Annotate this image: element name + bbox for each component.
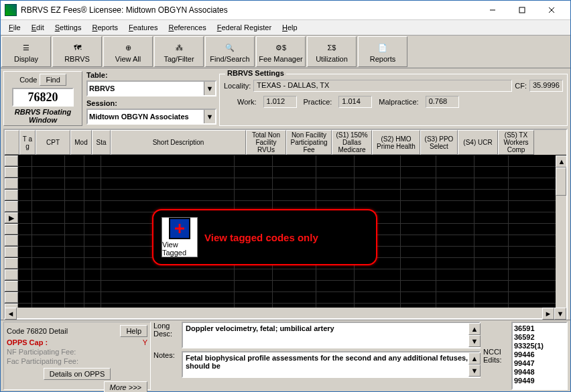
svg-rect-1 — [519, 7, 525, 13]
ncci-item: 93325(1) — [514, 342, 565, 350]
table-label: Table: — [86, 71, 215, 80]
column-header[interactable]: Total Non Facility RVUs — [246, 130, 286, 155]
opps-value: Y — [143, 338, 147, 346]
ncci-label: NCCI Edits: — [483, 348, 509, 364]
view-all-button-icon: ⊕ — [125, 40, 131, 55]
ncci-item: 36591 — [514, 324, 565, 333]
display-button[interactable]: ☰Display — [1, 36, 51, 67]
tag-icon — [169, 218, 190, 239]
menu-edit[interactable]: Edit — [26, 21, 50, 34]
floating-caption: RBRVS Floating Window — [5, 108, 80, 124]
locality-label: Locality: — [224, 82, 251, 90]
fee-manager-button-icon: ⚙$ — [275, 40, 286, 55]
notes-label: Notes: — [153, 351, 179, 359]
column-header[interactable]: Sta — [92, 130, 111, 155]
tag-filter-button-icon: ⁂ — [176, 40, 183, 55]
opps-label: OPPS Cap : — [7, 338, 48, 346]
column-header[interactable]: (S5) TX Workers Comp — [498, 130, 534, 155]
tag-filter-button[interactable]: ⁂Tag/Filter — [154, 36, 204, 67]
detail-title: Code 76820 Detail — [7, 327, 68, 335]
code-label: Code — [19, 76, 37, 84]
ncci-list[interactable]: 365913659293325(1)99446994479944899449 — [511, 322, 568, 390]
long-desc-label: Long Desc: — [153, 322, 179, 338]
session-label: Session: — [86, 99, 215, 109]
cf-label: CF: — [515, 82, 527, 90]
rbrvs-button[interactable]: 🗺RBRVS — [52, 36, 102, 67]
table-row[interactable] — [5, 304, 566, 308]
menu-file[interactable]: File — [3, 21, 26, 34]
fee-manager-button[interactable]: ⚙$Fee Manager — [256, 36, 306, 67]
tooltip-message: View tagged codes only — [204, 232, 318, 243]
table-row[interactable] — [5, 155, 566, 167]
table-dropdown[interactable]: RBRVS ▼ — [86, 80, 216, 96]
chevron-down-icon: ▼ — [204, 110, 215, 123]
horizontal-scrollbar[interactable]: ◄ ► ▼ — [5, 308, 566, 318]
long-desc-field[interactable]: Doppler velocimetry, fetal; umbilical ar… — [182, 322, 481, 348]
column-header[interactable]: T a g — [19, 130, 36, 155]
column-header[interactable]: Short Description — [111, 130, 246, 155]
table-row[interactable] — [5, 269, 566, 281]
ncci-item: 36592 — [514, 333, 565, 342]
more-button[interactable]: More >>> — [104, 381, 147, 392]
app-icon — [5, 4, 17, 16]
practice-value: 1.014 — [338, 96, 372, 108]
table-row[interactable] — [5, 167, 566, 178]
menu-reports[interactable]: Reports — [86, 21, 123, 34]
table-row[interactable] — [5, 292, 566, 304]
window-title: RBRVS EZ Fees® Licensee: Midtown OBGYN A… — [21, 5, 478, 15]
vertical-scrollbar[interactable]: ▲ — [556, 155, 566, 308]
scroll-down-icon[interactable]: ▼ — [554, 308, 566, 320]
find-button[interactable]: Find — [40, 74, 66, 86]
column-header[interactable]: (S2) HMO Prime Health — [372, 130, 420, 155]
menu-federal-register[interactable]: Federal Register — [212, 21, 277, 34]
fac-fee-label: Fac Participating Fee: — [7, 357, 147, 365]
column-header[interactable]: (S4) UCR — [458, 130, 498, 155]
column-header[interactable]: CPT — [36, 130, 70, 155]
scroll-right-icon[interactable]: ► — [542, 308, 554, 320]
table-row[interactable] — [5, 190, 566, 201]
work-label: Work: — [237, 98, 257, 106]
menu-features[interactable]: Features — [123, 21, 163, 34]
utilization-button[interactable]: Σ$Utilization — [307, 36, 357, 67]
menu-help[interactable]: Help — [277, 21, 303, 34]
minimize-button[interactable] — [478, 3, 507, 17]
table-row[interactable] — [5, 281, 566, 292]
malpractice-label: Malpractice: — [379, 98, 418, 106]
practice-label: Practice: — [304, 98, 332, 106]
code-value: 76820 — [12, 88, 74, 107]
reports-button-icon: 📄 — [378, 40, 387, 55]
help-button[interactable]: Help — [120, 325, 147, 337]
scroll-up-icon[interactable]: ▲ — [556, 155, 566, 168]
menu-references[interactable]: References — [163, 21, 211, 34]
malpractice-value: 0.768 — [426, 96, 459, 108]
ncci-item: 99447 — [514, 359, 565, 368]
cf-value: 35.9996 — [529, 80, 563, 92]
column-header[interactable]: (S3) PPO Select — [420, 130, 458, 155]
scroll-left-icon[interactable]: ◄ — [5, 308, 17, 320]
maximize-button[interactable] — [507, 3, 537, 17]
chevron-down-icon: ▼ — [204, 82, 215, 95]
utilization-button-icon: Σ$ — [328, 40, 336, 55]
notes-field[interactable]: Fetal biophysical profile assessments fo… — [182, 351, 481, 378]
tooltip: View Tagged View tagged codes only — [152, 209, 377, 265]
column-header[interactable]: Mod — [70, 130, 92, 155]
locality-value: TEXAS - DALLAS, TX — [253, 80, 512, 92]
find-search-button-icon: 🔍 — [225, 40, 235, 55]
column-header[interactable]: Non Facility Participating Fee — [286, 130, 332, 155]
ncci-item: 99449 — [514, 377, 565, 385]
rbrvs-button-icon: 🗺 — [74, 40, 81, 55]
session-dropdown[interactable]: Midtown OBGYN Associates ▼ — [86, 109, 216, 125]
column-header[interactable]: (S1) 150% Dallas Medicare — [332, 130, 372, 155]
view-all-button[interactable]: ⊕View All — [103, 36, 153, 67]
close-button[interactable] — [537, 3, 566, 17]
ncci-item: 99446 — [514, 350, 565, 359]
details-opps-button[interactable]: Details on OPPS — [44, 368, 111, 380]
display-button-icon: ☰ — [23, 40, 29, 55]
ncci-item: 99448 — [514, 368, 565, 377]
table-row[interactable] — [5, 178, 566, 190]
nf-fee-label: NF Participating Fee: — [7, 348, 147, 356]
view-tagged-tile[interactable]: View Tagged — [162, 217, 198, 257]
menu-settings[interactable]: Settings — [50, 21, 87, 34]
find-search-button[interactable]: 🔍Find/Search — [205, 36, 255, 67]
reports-button[interactable]: 📄Reports — [358, 36, 407, 67]
